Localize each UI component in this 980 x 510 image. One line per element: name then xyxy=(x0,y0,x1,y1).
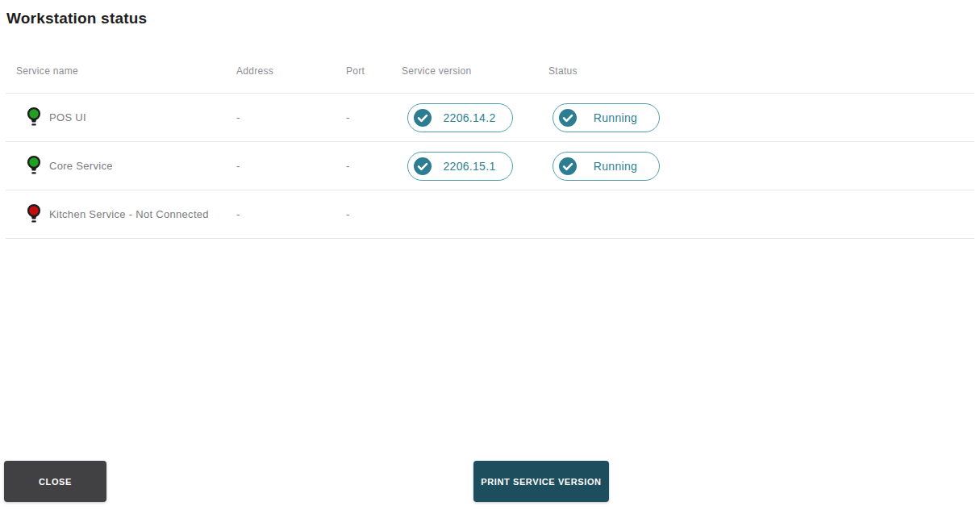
address-value: - xyxy=(236,111,346,123)
port-value: - xyxy=(346,208,402,220)
table-header-row: Service name Address Port Service versio… xyxy=(6,48,974,94)
check-circle-icon xyxy=(558,108,578,128)
port-value: - xyxy=(346,111,402,123)
print-service-version-button[interactable]: PRINT SERVICE VERSION xyxy=(473,461,609,502)
header-service-version: Service version xyxy=(402,65,548,77)
check-circle-icon xyxy=(413,108,432,128)
service-version-badge: 2206.15.1 xyxy=(407,152,513,181)
service-name-label: POS UI xyxy=(49,111,86,123)
service-name-label: Kitchen Service - Not Connected xyxy=(49,208,209,220)
address-value: - xyxy=(236,160,346,172)
workstation-status-table: Service name Address Port Service versio… xyxy=(6,48,974,239)
service-version-label: 2206.15.1 xyxy=(432,160,507,173)
check-circle-icon xyxy=(413,157,432,176)
header-status: Status xyxy=(548,65,974,77)
port-value: - xyxy=(346,160,402,172)
table-row: POS UI - - 2206.14.2 Running xyxy=(6,94,974,142)
lightbulb-status-icon xyxy=(27,203,41,225)
service-version-label: 2206.14.2 xyxy=(432,111,507,124)
table-row: Core Service - - 2206.15.1 Running xyxy=(6,142,974,190)
status-badge: Running xyxy=(553,103,660,132)
check-circle-icon xyxy=(558,157,578,176)
page-title: Workstation status xyxy=(6,10,147,27)
service-version-badge: 2206.14.2 xyxy=(407,103,513,132)
lightbulb-status-icon xyxy=(27,155,41,177)
table-row: Kitchen Service - Not Connected - - xyxy=(6,190,974,239)
status-label: Running xyxy=(578,111,653,124)
header-port: Port xyxy=(346,65,402,77)
status-badge: Running xyxy=(553,152,660,181)
header-address: Address xyxy=(236,65,346,77)
service-name-label: Core Service xyxy=(49,160,113,172)
lightbulb-status-icon xyxy=(27,107,41,128)
header-service-name: Service name xyxy=(6,65,236,77)
close-button[interactable]: CLOSE xyxy=(4,461,106,502)
status-label: Running xyxy=(578,160,653,173)
address-value: - xyxy=(236,208,346,220)
